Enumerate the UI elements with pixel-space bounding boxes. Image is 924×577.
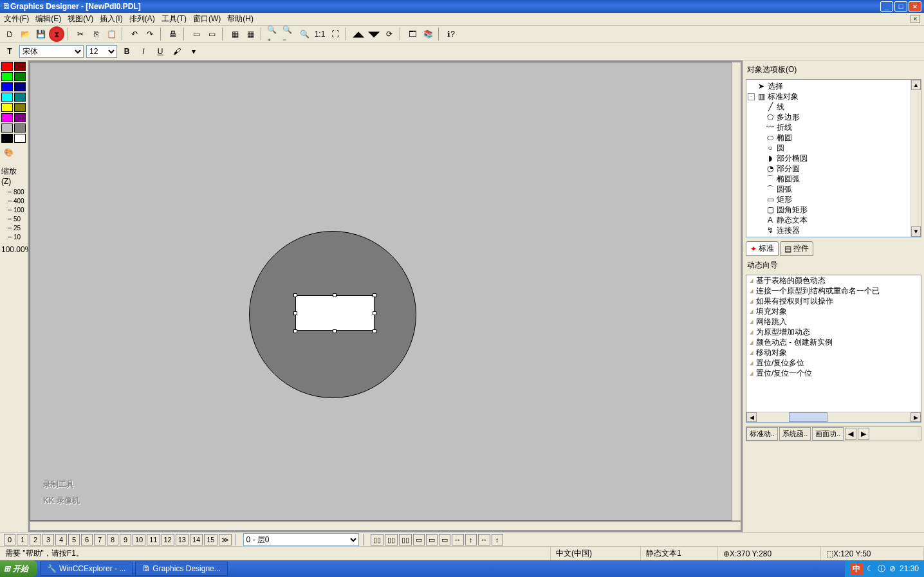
dropdown-button[interactable]: ▾ [187, 44, 201, 59]
align-left[interactable]: ▯▯ [371, 534, 383, 545]
props-button[interactable]: 🗔 [405, 27, 420, 41]
layer-13[interactable]: 13 [176, 534, 189, 545]
menu-insert[interactable]: 插入(I) [100, 14, 122, 24]
dist-v[interactable]: ↕ [465, 534, 477, 545]
text-tool-button[interactable]: T [3, 44, 17, 59]
menu-file[interactable]: 文件(F) [4, 14, 29, 24]
zoom-tick[interactable]: 800 [8, 187, 26, 196]
wizard-item[interactable]: 网络跳入 [746, 316, 921, 327]
static-text-rectangle[interactable] [295, 295, 374, 331]
menu-arrange[interactable]: 排列(A) [129, 14, 155, 24]
zoom-in-button[interactable]: 🔍₊ [266, 27, 281, 41]
wizard-tab-pic[interactable]: 画面功.. [812, 427, 844, 441]
grid-button[interactable]: ▦ [228, 27, 242, 41]
selection-handle[interactable] [373, 293, 376, 297]
menu-help[interactable]: 帮助(H) [227, 14, 254, 24]
ime-button[interactable]: 中 [850, 563, 863, 575]
menu-window[interactable]: 窗口(W) [193, 14, 221, 24]
swatch[interactable] [1, 134, 13, 143]
canvas-hscrollbar[interactable] [30, 521, 741, 531]
minimize-button[interactable]: _ [880, 1, 893, 12]
print-button[interactable]: 🖶 [166, 27, 180, 41]
wizard-tab-right[interactable]: ▶ [858, 428, 869, 440]
italic-button[interactable]: I [136, 44, 151, 59]
dist-h[interactable]: ↔ [452, 534, 464, 545]
swatch[interactable] [14, 72, 26, 81]
tree-circlearc[interactable]: ⌒圆弧 [748, 184, 919, 194]
layer-11[interactable]: 11 [147, 534, 160, 545]
start-button[interactable]: ⊞开始 [0, 560, 37, 577]
swatch[interactable] [14, 134, 26, 143]
tray-icon[interactable]: ☾ [867, 564, 874, 573]
open-button[interactable]: 📂 [18, 27, 32, 41]
tree-polygon[interactable]: ⬠多边形 [748, 112, 919, 122]
wizard-tab-sys[interactable]: 系统函.. [779, 427, 811, 441]
layer-1[interactable]: 1 [17, 534, 28, 545]
paste-button[interactable]: 📋 [104, 27, 118, 41]
layer-14[interactable]: 14 [190, 534, 203, 545]
copy-button[interactable]: ⎘ [89, 27, 103, 41]
lib-button[interactable]: 📚 [421, 27, 435, 41]
zoom-tick[interactable]: 50 [8, 214, 26, 223]
swatch[interactable] [14, 103, 26, 112]
layer-3[interactable]: 3 [42, 534, 54, 545]
font-name-select[interactable]: 宋体 [19, 45, 84, 58]
tool-a-button[interactable]: ▭ [189, 27, 203, 41]
swatch[interactable] [1, 103, 13, 112]
taskbar-item-designer[interactable]: 🖺Graphics Designe... [135, 562, 227, 576]
wizard-tab-std[interactable]: 标准动.. [746, 427, 778, 441]
selection-handle[interactable] [373, 329, 376, 333]
same-height[interactable]: ↕ [492, 534, 503, 545]
layer-10[interactable]: 10 [133, 534, 145, 545]
tree-connector[interactable]: ↯连接器 [748, 225, 919, 235]
wizard-hscrollbar[interactable]: ◀▶ [746, 412, 921, 422]
undo-button[interactable]: ↶ [127, 27, 142, 41]
align-center-v[interactable]: ▭ [426, 534, 438, 545]
align-top[interactable]: ▭ [413, 534, 425, 545]
swatch[interactable] [14, 82, 26, 91]
tree-polyline[interactable]: 〰折线 [748, 122, 919, 133]
font-size-select[interactable]: 12 [86, 45, 117, 58]
swatch[interactable] [14, 62, 26, 71]
zoom-tick[interactable]: 10 [8, 232, 26, 241]
layer-15[interactable]: 15 [204, 534, 217, 545]
rotate-button[interactable]: ⟳ [382, 27, 396, 41]
align-bottom[interactable]: ▭ [439, 534, 450, 545]
menu-view[interactable]: 视图(V) [68, 14, 93, 24]
layer-2[interactable]: 2 [30, 534, 41, 545]
close-button[interactable]: × [909, 1, 921, 12]
swatch[interactable] [14, 113, 26, 122]
align-right[interactable]: ▯▯ [399, 534, 412, 545]
wizard-item[interactable]: 颜色动态 - 创建新实例 [746, 337, 921, 347]
layer-select[interactable]: 0 - 层0 [243, 533, 359, 546]
redo-button[interactable]: ↷ [143, 27, 157, 41]
tree-statictext[interactable]: A静态文本 [748, 215, 919, 225]
drawing-canvas[interactable]: 录制工具KK 录像机 [30, 62, 741, 521]
layer-9[interactable]: 9 [120, 534, 131, 545]
wizard-item[interactable]: 基于表格的颜色动态 [746, 275, 921, 286]
fill-button[interactable]: 🖌 [170, 44, 184, 59]
layer-4[interactable]: 4 [55, 534, 67, 545]
layer-8[interactable]: 8 [107, 534, 118, 545]
layer-0[interactable]: 0 [4, 534, 15, 545]
swatch[interactable] [1, 113, 13, 122]
zoom-fit-button[interactable]: 🔍 [297, 27, 311, 41]
cut-button[interactable]: ✂ [73, 27, 88, 41]
help-button[interactable]: ℹ? [444, 27, 458, 41]
wizard-item[interactable]: 连接一个原型到结构或重命名一个已 [746, 286, 921, 296]
swatch[interactable] [1, 124, 13, 133]
tree-vscrollbar[interactable]: ▲▼ [910, 80, 921, 237]
taskbar-item-wincc[interactable]: 🔧WinCCExplorer - ... [40, 562, 133, 576]
system-tray[interactable]: 中 ☾ ⓘ ⊘ 21:30 [845, 560, 924, 577]
tree-partcircle[interactable]: ◔部分圆 [748, 163, 919, 174]
selection-handle[interactable] [333, 293, 337, 297]
swatch[interactable] [1, 62, 13, 71]
zoom-tick[interactable]: 25 [8, 223, 26, 232]
underline-button[interactable]: U [153, 44, 167, 59]
tree-select[interactable]: ➤选择 [748, 81, 919, 91]
tab-controls[interactable]: ▤控件 [780, 241, 813, 256]
snap-button[interactable]: ▦ [243, 27, 257, 41]
swatch[interactable] [14, 124, 26, 133]
menu-tool[interactable]: 工具(T) [162, 14, 187, 24]
tree-circle[interactable]: ○圆 [748, 143, 919, 153]
